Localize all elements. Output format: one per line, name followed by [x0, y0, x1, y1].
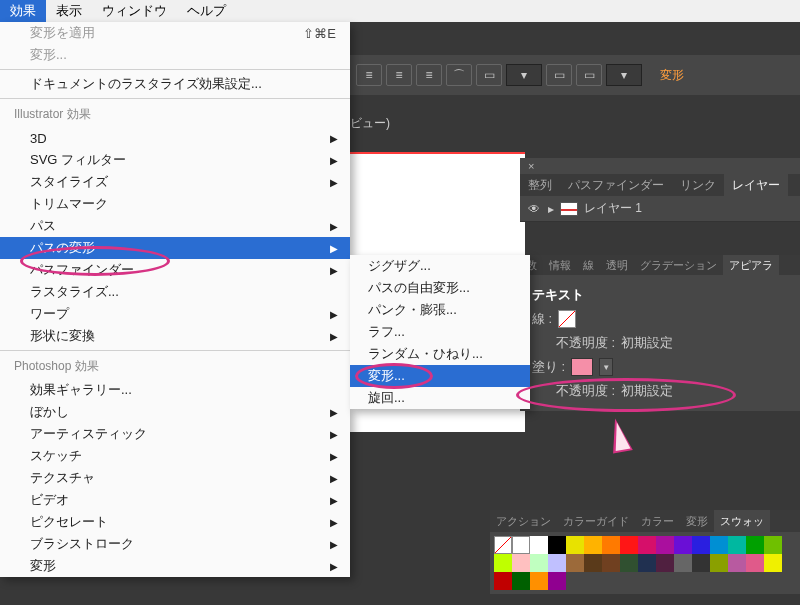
swatch-color[interactable] [728, 536, 746, 554]
dropdown-field[interactable]: ▾ [606, 64, 642, 86]
swatch-color[interactable] [710, 554, 728, 572]
swatch-color[interactable] [620, 536, 638, 554]
menu-view[interactable]: 表示 [46, 0, 92, 22]
tab-colorguide[interactable]: カラーガイド [557, 510, 635, 532]
swatch-color[interactable] [530, 536, 548, 554]
menu-blur[interactable]: ぼかし▶ [0, 401, 350, 423]
transform-panel-icon[interactable]: ▭ [576, 64, 602, 86]
swatch-none[interactable] [494, 536, 512, 554]
fill-swatch[interactable] [571, 358, 593, 376]
swatch-color[interactable] [548, 572, 566, 590]
tab-stroke[interactable]: 線 [577, 255, 600, 275]
swatch-color[interactable] [692, 554, 710, 572]
align-left-icon[interactable]: ≡ [356, 64, 382, 86]
menu-video[interactable]: ビデオ▶ [0, 489, 350, 511]
swatch-color[interactable] [656, 554, 674, 572]
menu-rasterize[interactable]: ラスタライズ... [0, 281, 350, 303]
swatch-color[interactable] [620, 554, 638, 572]
menu-path[interactable]: パス▶ [0, 215, 350, 237]
align-right-icon[interactable]: ≡ [416, 64, 442, 86]
swatch-color[interactable] [764, 554, 782, 572]
layer-name[interactable]: レイヤー 1 [584, 200, 642, 217]
submenu-transform[interactable]: 変形... [350, 365, 530, 387]
swatch-color[interactable] [584, 554, 602, 572]
panel-close-icon[interactable]: × [520, 158, 800, 174]
opacity-field[interactable]: ▾ [506, 64, 542, 86]
swatch-color[interactable] [728, 554, 746, 572]
menu-effects[interactable]: 効果 [0, 0, 46, 22]
swatch-color[interactable] [746, 554, 764, 572]
stroke-swatch-none[interactable] [558, 310, 576, 328]
tab-transparency[interactable]: 透明 [600, 255, 634, 275]
swatch-color[interactable] [692, 536, 710, 554]
tab-align[interactable]: 整列 [520, 174, 560, 196]
layer-thumbnail[interactable] [560, 202, 578, 216]
menu-trimmarks[interactable]: トリムマーク [0, 193, 350, 215]
menu-3d[interactable]: 3D▶ [0, 127, 350, 149]
submenu-roughen[interactable]: ラフ... [350, 321, 530, 343]
menu-artistic[interactable]: アーティスティック▶ [0, 423, 350, 445]
swatch-color[interactable] [548, 554, 566, 572]
swatch-color[interactable] [674, 536, 692, 554]
envelope-icon[interactable]: ▭ [476, 64, 502, 86]
tab-actions[interactable]: アクション [490, 510, 557, 532]
submenu-twist[interactable]: 旋回... [350, 387, 530, 409]
visibility-icon[interactable]: 👁 [526, 202, 542, 216]
swatch-color[interactable] [584, 536, 602, 554]
tab-appearance[interactable]: アピアラ [723, 255, 779, 275]
swatch-color[interactable] [566, 554, 584, 572]
swatch-color[interactable] [494, 554, 512, 572]
fill-opacity-value[interactable]: 初期設定 [621, 382, 673, 400]
disclosure-icon[interactable]: ▸ [548, 202, 554, 216]
tab-swatches[interactable]: スウォッ [714, 510, 770, 532]
tab-layers[interactable]: レイヤー [724, 174, 788, 196]
swatch-color[interactable] [494, 572, 512, 590]
swatch-color[interactable] [530, 572, 548, 590]
swatch-color[interactable] [602, 554, 620, 572]
menu-pathfinder[interactable]: パスファインダー▶ [0, 259, 350, 281]
tab-gradient[interactable]: グラデーション [634, 255, 723, 275]
stroke-opacity-value[interactable]: 初期設定 [621, 334, 673, 352]
menu-doc-rasterize[interactable]: ドキュメントのラスタライズ効果設定... [0, 73, 350, 95]
transform-link[interactable]: 変形 [652, 65, 692, 86]
menu-pixelate[interactable]: ピクセレート▶ [0, 511, 350, 533]
submenu-zigzag[interactable]: ジグザグ... [350, 255, 530, 277]
swatch-color[interactable] [602, 536, 620, 554]
fill-swatch-dropdown[interactable]: ▼ [599, 358, 613, 376]
align-panel-icon[interactable]: ▭ [546, 64, 572, 86]
swatch-color[interactable] [674, 554, 692, 572]
swatch-color[interactable] [512, 572, 530, 590]
warp-icon[interactable]: ⌒ [446, 64, 472, 86]
menu-convert-shape[interactable]: 形状に変換▶ [0, 325, 350, 347]
tab-transform[interactable]: 変形 [680, 510, 714, 532]
swatch-color[interactable] [764, 536, 782, 554]
swatch-color[interactable] [710, 536, 728, 554]
menu-sketch[interactable]: スケッチ▶ [0, 445, 350, 467]
swatch-color[interactable] [530, 554, 548, 572]
menu-help[interactable]: ヘルプ [177, 0, 236, 22]
submenu-pucker-bloat[interactable]: パンク・膨張... [350, 299, 530, 321]
layer-row[interactable]: 👁 ▸ レイヤー 1 [520, 196, 800, 222]
menu-warp[interactable]: ワープ▶ [0, 303, 350, 325]
submenu-tweak[interactable]: ランダム・ひねり... [350, 343, 530, 365]
menu-svg-filters[interactable]: SVG フィルター▶ [0, 149, 350, 171]
tab-links[interactable]: リンク [672, 174, 724, 196]
menu-distort[interactable]: 変形▶ [0, 555, 350, 577]
swatch-registration[interactable] [512, 536, 530, 554]
swatch-color[interactable] [638, 536, 656, 554]
menu-brushstrokes[interactable]: ブラシストローク▶ [0, 533, 350, 555]
align-center-icon[interactable]: ≡ [386, 64, 412, 86]
document-tab[interactable]: ビュー) [350, 115, 390, 132]
swatch-color[interactable] [746, 536, 764, 554]
swatch-color[interactable] [512, 554, 530, 572]
tab-pathfinder[interactable]: パスファインダー [560, 174, 672, 196]
swatch-color[interactable] [656, 536, 674, 554]
menu-window[interactable]: ウィンドウ [92, 0, 177, 22]
menu-texture[interactable]: テクスチャ▶ [0, 467, 350, 489]
menu-stylize[interactable]: スタイライズ▶ [0, 171, 350, 193]
submenu-free-distort[interactable]: パスの自由変形... [350, 277, 530, 299]
menu-distort-transform[interactable]: パスの変形▶ [0, 237, 350, 259]
menu-effect-gallery[interactable]: 効果ギャラリー... [0, 379, 350, 401]
swatch-color[interactable] [566, 536, 584, 554]
tab-color[interactable]: カラー [635, 510, 680, 532]
